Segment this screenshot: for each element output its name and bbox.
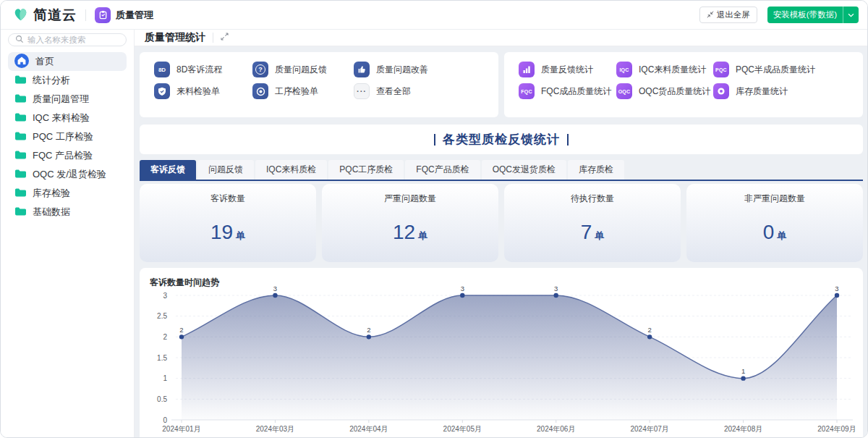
- sidebar-item-label: 统计分析: [33, 74, 70, 87]
- tab-inventory[interactable]: 库存质检: [568, 160, 624, 180]
- svg-text:2024年08月: 2024年08月: [724, 425, 762, 433]
- quick-link-incoming-inspection[interactable]: 来料检验单: [154, 83, 252, 99]
- quick-link-label: 8D客诉流程: [176, 64, 222, 76]
- svg-text:2024年06月: 2024年06月: [537, 425, 575, 433]
- tab-oqc[interactable]: OQC发退货质检: [482, 160, 566, 180]
- stat-card-pending: 待执行数量 7单: [504, 184, 681, 262]
- brand-name: 简道云: [33, 6, 77, 25]
- svg-text:2024年03月: 2024年03月: [256, 425, 294, 433]
- quick-links-panel-right: 质量反馈统计 IQC IQC来料质量统计 PQC PQC半成品质量统计 FQC: [504, 52, 863, 117]
- header-divider: [213, 33, 213, 43]
- quick-link-label: 来料检验单: [176, 85, 220, 98]
- stat-card-serious: 严重问题数量 12单: [322, 184, 498, 262]
- tab-underline: [140, 180, 863, 181]
- sidebar-item-oqc[interactable]: OQC 发/退货检验: [8, 165, 127, 184]
- question-icon: ?: [252, 62, 268, 77]
- quick-link-quality-feedback[interactable]: ? 质量问题反馈: [252, 62, 354, 77]
- app-chip[interactable]: 质量管理: [95, 7, 153, 23]
- stat-title: 非严重问题数量: [744, 193, 805, 205]
- folder-icon: [14, 150, 26, 162]
- tab-pqc[interactable]: PQC工序质检: [328, 160, 404, 180]
- sidebar-search[interactable]: [8, 33, 127, 46]
- quick-link-label: PQC半成品质量统计: [736, 64, 815, 76]
- stat-card-nonserious: 非严重问题数量 0单: [686, 184, 863, 262]
- sidebar-item-base-data[interactable]: 基础数据: [8, 203, 127, 222]
- exit-fullscreen-button[interactable]: 退出全屏: [699, 7, 757, 23]
- svg-text:3: 3: [273, 285, 277, 292]
- svg-text:3: 3: [461, 285, 464, 292]
- svg-text:2: 2: [179, 326, 183, 334]
- topbar: 简道云 质量管理 退出全屏: [1, 1, 867, 30]
- app-name: 质量管理: [116, 9, 153, 22]
- quick-link-process-inspection[interactable]: 工序检验单: [252, 83, 354, 99]
- sidebar-item-inventory[interactable]: 库存检验: [8, 184, 127, 203]
- tab-fqc[interactable]: FQC产品质检: [405, 160, 480, 180]
- svg-text:2: 2: [367, 326, 370, 334]
- stat-title: 严重问题数量: [384, 193, 436, 205]
- install-template-caret[interactable]: [843, 7, 859, 23]
- sidebar-item-quality-issues[interactable]: 质量问题管理: [8, 90, 127, 109]
- tab-complaint-feedback[interactable]: 客诉反馈: [140, 160, 196, 180]
- sidebar-item-label: OQC 发/退货检验: [33, 168, 106, 181]
- quick-link-feedback-stats[interactable]: 质量反馈统计: [519, 62, 616, 77]
- svg-text:0.5: 0.5: [157, 395, 167, 403]
- quick-link-fqc-stats[interactable]: FQC FQC成品质量统计: [519, 83, 616, 99]
- section-title-panel: 各类型质检反馈统计: [140, 125, 863, 154]
- folder-icon: [14, 169, 26, 181]
- quick-link-view-all[interactable]: ··· 查看全部: [354, 83, 484, 99]
- quick-link-quality-improve[interactable]: 质量问题改善: [354, 62, 484, 77]
- sidebar-item-label: 首页: [35, 55, 54, 68]
- quick-link-oqc-stats[interactable]: OQC OQC货品质量统计: [616, 83, 713, 99]
- quick-link-8d-complaint[interactable]: 8D 8D客诉流程: [154, 62, 252, 77]
- sidebar: 首页 统计分析 质量问题管理 IQC 来料检验 PQC 工序检验: [1, 30, 135, 437]
- expand-icon[interactable]: [221, 33, 229, 43]
- home-icon: [14, 54, 29, 70]
- sidebar-item-label: 库存检验: [33, 187, 70, 200]
- svg-text:3: 3: [163, 292, 167, 300]
- install-template-label[interactable]: 安装模板(带数据): [767, 7, 843, 23]
- quick-link-label: 工序检验单: [275, 85, 318, 98]
- ellipsis-icon: ···: [354, 83, 370, 99]
- folder-icon: [14, 112, 26, 125]
- sidebar-item-home[interactable]: 首页: [8, 52, 127, 71]
- title-right-bar: [567, 134, 569, 146]
- quick-link-label: 库存质量统计: [736, 85, 788, 98]
- svg-text:2024年07月: 2024年07月: [630, 425, 668, 433]
- svg-text:3: 3: [835, 285, 838, 292]
- topbar-divider: [85, 9, 86, 21]
- install-template-button[interactable]: 安装模板(带数据): [767, 7, 859, 23]
- quick-link-label: FQC成品质量统计: [541, 85, 611, 98]
- tab-bar: 客诉反馈 问题反馈 IQC来料质检 PQC工序质检 FQC产品质检 OQC发退货…: [140, 160, 863, 180]
- brand[interactable]: 简道云: [12, 6, 77, 25]
- svg-text:2024年04月: 2024年04月: [349, 425, 388, 433]
- exit-fullscreen-icon: [707, 11, 714, 20]
- main-header: 质量管理统计: [135, 30, 867, 46]
- stat-value: 7: [581, 221, 592, 244]
- section-title: 各类型质检反馈统计: [443, 131, 560, 148]
- tab-issue-feedback[interactable]: 问题反馈: [197, 160, 254, 180]
- quick-link-iqc-stats[interactable]: IQC IQC来料质量统计: [616, 62, 713, 77]
- quick-links-panel-left: 8D 8D客诉流程 ? 质量问题反馈 质量问题改善: [140, 52, 498, 117]
- sidebar-menu: 首页 统计分析 质量问题管理 IQC 来料检验 PQC 工序检验: [8, 52, 127, 222]
- search-icon: [15, 35, 24, 46]
- oqc-badge-icon: OQC: [616, 83, 632, 99]
- folder-icon: [14, 93, 26, 106]
- stat-card-complaints: 客诉数量 19单: [140, 184, 316, 262]
- sidebar-item-stats[interactable]: 统计分析: [8, 71, 127, 90]
- svg-text:2: 2: [163, 333, 167, 341]
- quick-link-pqc-stats[interactable]: PQC PQC半成品质量统计: [713, 62, 848, 77]
- sidebar-item-iqc[interactable]: IQC 来料检验: [8, 109, 127, 127]
- iqc-badge-icon: IQC: [616, 62, 632, 77]
- svg-text:2024年05月: 2024年05月: [443, 425, 482, 433]
- sidebar-item-label: 质量问题管理: [33, 93, 89, 106]
- quick-link-inventory-stats[interactable]: 库存质量统计: [713, 83, 848, 99]
- tab-iqc[interactable]: IQC来料质检: [255, 160, 327, 180]
- sidebar-item-label: PQC 工序检验: [33, 130, 93, 143]
- sidebar-item-pqc[interactable]: PQC 工序检验: [8, 127, 127, 146]
- svg-text:2: 2: [647, 326, 651, 334]
- search-input[interactable]: [27, 35, 119, 44]
- stat-unit: 单: [595, 229, 604, 243]
- sidebar-item-fqc[interactable]: FQC 产品检验: [8, 146, 127, 165]
- svg-text:0: 0: [163, 416, 167, 424]
- stat-unit: 单: [236, 229, 245, 243]
